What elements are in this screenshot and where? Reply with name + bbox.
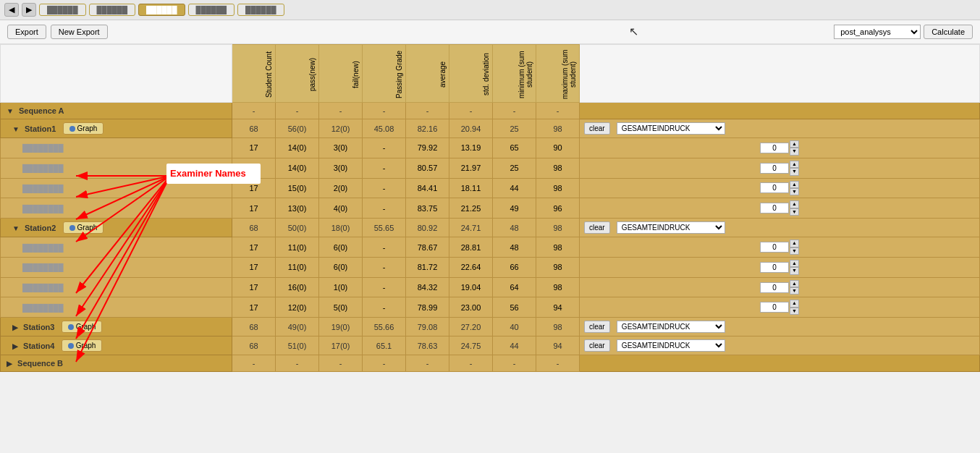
tab-2[interactable]: ██████: [89, 4, 136, 16]
seq-a-actions: [580, 103, 980, 119]
e6-actions: ▲ ▼: [580, 257, 980, 277]
e3-fail: 2(0): [319, 178, 363, 198]
col-std-dev: std. deviation: [449, 45, 493, 103]
e5-up[interactable]: ▲: [790, 240, 799, 247]
e2-actions: ▲ ▼: [580, 158, 980, 178]
e6-up[interactable]: ▲: [790, 260, 799, 267]
e8-spinner-input[interactable]: [760, 302, 789, 313]
e1-spinner-up[interactable]: ▲: [790, 140, 799, 148]
s2-std: 24.71: [449, 219, 493, 237]
examiner6-name: ████████: [1, 257, 232, 277]
e2-spinner-up[interactable]: ▲: [790, 161, 799, 168]
e8-down[interactable]: ▼: [790, 308, 799, 315]
e1-spinner-input[interactable]: [760, 143, 789, 153]
e4-fail: 4(0): [319, 198, 363, 219]
e2-avg: 80.57: [406, 158, 449, 178]
e6-spinner-input[interactable]: [760, 262, 789, 273]
station4-select[interactable]: GESAMTEINDRUCK: [617, 339, 725, 352]
e4-spinner-input[interactable]: [760, 203, 789, 213]
station2-graph-button[interactable]: Graph: [63, 221, 104, 234]
e1-spinner-down[interactable]: ▼: [790, 148, 799, 155]
station1-graph-button[interactable]: Graph: [63, 122, 104, 135]
s2-min: 48: [493, 219, 536, 237]
col-passing-grade: Passing Grade: [363, 45, 406, 103]
station4-collapse[interactable]: ▶: [12, 342, 18, 350]
s2-sc: 68: [232, 219, 276, 237]
station3-graph-button[interactable]: Graph: [62, 321, 103, 333]
seq-a-dash-4: -: [406, 103, 449, 119]
examiner8-row: ████████ 17 12(0) 5(0) - 78.99 23.00 56 …: [1, 297, 980, 318]
seq-a-dash-1: -: [276, 103, 319, 119]
e6-down[interactable]: ▼: [790, 267, 799, 274]
new-export-button[interactable]: New Export: [51, 25, 108, 39]
tab-3-active[interactable]: ██████: [138, 4, 185, 16]
e4-spinner-down[interactable]: ▼: [790, 208, 799, 216]
e5-down[interactable]: ▼: [790, 247, 799, 255]
nav-forward-button[interactable]: ▶: [22, 3, 36, 17]
s1-average: 82.16: [406, 119, 449, 138]
e2-spinner-wrap: ▲ ▼: [760, 161, 799, 176]
analysis-select[interactable]: post_analysys: [834, 25, 921, 39]
name-column-header: [1, 45, 232, 103]
examiner3-row: ████████ 17 15(0) 2(0) - 84.41 18.11 44 …: [1, 178, 980, 198]
e7-up[interactable]: ▲: [790, 280, 799, 287]
e1-spinner-wrap: ▲ ▼: [760, 140, 799, 156]
col-pass: pass(new): [276, 45, 319, 103]
station2-clear-button[interactable]: clear: [584, 221, 610, 234]
data-table: Student Count pass(new) fail(new) Passin…: [0, 44, 980, 372]
e3-std: 18.11: [449, 178, 493, 198]
e8-up[interactable]: ▲: [790, 300, 799, 307]
station2-collapse[interactable]: ▼: [12, 224, 20, 232]
graph-dot-s4-icon: [68, 343, 74, 349]
station3-collapse[interactable]: ▶: [12, 323, 18, 331]
s2-max: 98: [536, 219, 580, 237]
calculate-button[interactable]: Calculate: [924, 25, 973, 39]
e7-spinner-input[interactable]: [760, 282, 789, 293]
sequence-b-collapse[interactable]: ▶: [7, 360, 12, 368]
tab-1[interactable]: ██████: [39, 4, 86, 16]
sequence-a-collapse[interactable]: ▼: [7, 107, 14, 115]
tab-5[interactable]: ██████: [237, 4, 284, 16]
col-student-count: Student Count: [232, 45, 276, 103]
station1-collapse[interactable]: ▼: [12, 125, 20, 133]
station3-clear-button[interactable]: clear: [584, 321, 610, 333]
seq-b-dash-3: -: [363, 355, 406, 372]
cursor-indicator: ↖: [629, 25, 638, 38]
e7-down[interactable]: ▼: [790, 287, 799, 295]
station3-select[interactable]: GESAMTEINDRUCK: [617, 321, 725, 333]
e2-spinner-down[interactable]: ▼: [790, 168, 799, 175]
sequence-b-label: ▶ Sequence B: [1, 355, 232, 372]
export-button[interactable]: Export: [7, 25, 46, 39]
examiner4-name: ████████: [1, 198, 232, 219]
seq-a-dash-7: -: [536, 103, 580, 119]
station1-clear-button[interactable]: clear: [584, 122, 610, 135]
e2-spinner-input[interactable]: [760, 163, 789, 174]
e4-pass: 13(0): [276, 198, 319, 219]
e3-spinner-down[interactable]: ▼: [790, 188, 799, 195]
e4-actions: ▲ ▼: [580, 198, 980, 219]
e1-max: 90: [536, 138, 580, 158]
station1-select[interactable]: GESAMTEINDRUCK: [617, 122, 725, 135]
tab-4[interactable]: ██████: [188, 4, 235, 16]
seq-b-dash-6: -: [493, 355, 536, 372]
s3-std: 27.20: [449, 318, 493, 336]
seq-a-dash-0: -: [232, 103, 276, 119]
e2-sc: 17: [232, 158, 276, 178]
e5-spinner-input[interactable]: [760, 242, 789, 253]
nav-back-button[interactable]: ◀: [4, 3, 19, 17]
e3-spinner-up[interactable]: ▲: [790, 181, 799, 188]
e1-actions: ▲ ▼: [580, 138, 980, 158]
station4-graph-button[interactable]: Graph: [62, 339, 103, 352]
station4-clear-button[interactable]: clear: [584, 339, 610, 352]
examiner1-row: ████████ 17 14(0) 3(0) - 79.92 13.19 65 …: [1, 138, 980, 158]
sequence-a-row: ▼ Sequence A - - - - - - - -: [1, 103, 980, 119]
e4-pg: -: [363, 198, 406, 219]
station2-select[interactable]: GESAMTEINDRUCK: [617, 221, 725, 234]
e4-spinner-up[interactable]: ▲: [790, 200, 799, 208]
examiner5-row: ████████ 17 11(0) 6(0) - 78.67 28.81 48 …: [1, 237, 980, 258]
s3-pg: 55.66: [363, 318, 406, 336]
e3-spinner-input[interactable]: [760, 182, 789, 193]
col-average: average: [406, 45, 449, 103]
toolbar-left: Export New Export: [7, 25, 108, 39]
s3-avg: 79.08: [406, 318, 449, 336]
